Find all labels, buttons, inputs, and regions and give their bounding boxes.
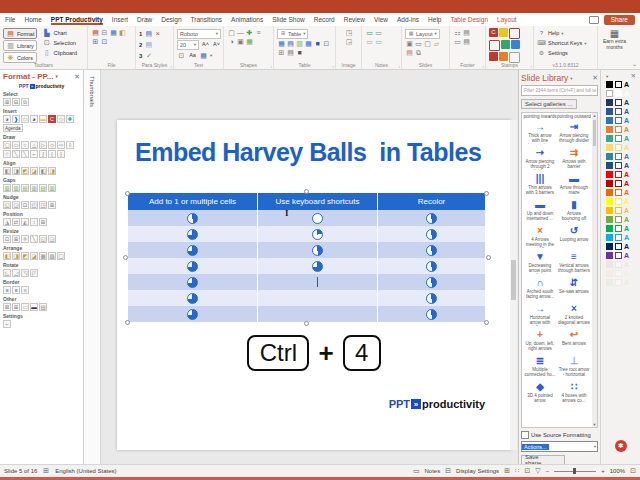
menu-tab-insert[interactable]: Insert bbox=[112, 16, 128, 23]
zoom-out-button[interactable]: − bbox=[546, 468, 550, 474]
dialog-launcher-icon[interactable]: ⌟ bbox=[332, 62, 334, 68]
fill-color-swatch[interactable] bbox=[606, 207, 613, 214]
slideshow-icon[interactable]: ▽ bbox=[535, 467, 540, 475]
table-cell[interactable] bbox=[128, 258, 258, 274]
close-icon[interactable]: ✕ bbox=[631, 72, 636, 80]
add-shape-icon[interactable]: ✚ bbox=[245, 28, 254, 37]
reading-view-icon[interactable]: ⊡ bbox=[524, 467, 530, 475]
dialog-launcher-icon[interactable]: ⌟ bbox=[530, 62, 532, 68]
use-source-formatting-row[interactable]: Use Source Formatting bbox=[521, 431, 598, 439]
gallery-item[interactable]: ⇉Arrows with barrier bbox=[557, 145, 591, 171]
checkbox[interactable] bbox=[521, 431, 529, 439]
other-tool-icon[interactable]: ▬ bbox=[30, 303, 38, 311]
resize-tool-icon[interactable]: ◱ bbox=[39, 235, 47, 243]
scroll-down-icon[interactable]: ▼ bbox=[593, 422, 597, 427]
rotate-tool-icon[interactable]: ◺ bbox=[3, 269, 11, 277]
thumbnails-pane-collapsed[interactable]: Thumbnails bbox=[84, 70, 101, 464]
outline-color-swatch[interactable] bbox=[615, 207, 622, 214]
gallery-scrollbar[interactable]: ▲ ▼ bbox=[592, 113, 597, 427]
align-tool-icon[interactable]: ◪ bbox=[30, 167, 38, 175]
collapse-ribbon-icon[interactable]: ⌄ bbox=[632, 60, 637, 67]
earn-extra-months-button[interactable]: Earn extramonths bbox=[601, 39, 628, 51]
outline-color-swatch[interactable] bbox=[615, 108, 622, 115]
nudge-tool-icon[interactable]: ⊞ bbox=[48, 201, 56, 209]
zoom-slider[interactable] bbox=[554, 471, 596, 472]
picture-icon[interactable]: ▦ bbox=[109, 28, 118, 37]
gallery-item[interactable]: |||Thin arrows with 3 barriers bbox=[523, 171, 557, 197]
harvey-ball-50[interactable] bbox=[426, 213, 437, 224]
align-tool-icon[interactable]: ◩ bbox=[21, 167, 29, 175]
draw-tool-icon[interactable]: ○ bbox=[21, 141, 29, 149]
gallery-item[interactable]: ⇵Se-saw arrows bbox=[557, 275, 591, 301]
clipboard-button[interactable]: ▯Clipboard bbox=[40, 48, 79, 57]
nudge-tool-icon[interactable]: ◳ bbox=[39, 201, 47, 209]
outline-color-swatch[interactable] bbox=[615, 144, 622, 151]
selection-handle[interactable] bbox=[125, 191, 130, 196]
font-color-swatch[interactable]: A bbox=[624, 279, 629, 286]
fill-color-swatch[interactable] bbox=[606, 225, 613, 232]
gallery-item[interactable]: ⊥Tree root arrow - horizontal bbox=[557, 353, 591, 379]
shortcut-keys-button[interactable]: Shortcut Keys bbox=[548, 39, 582, 48]
gallery-item[interactable]: ∷4 boxes with arrows co... bbox=[557, 379, 591, 405]
table-cell[interactable] bbox=[128, 210, 258, 226]
canvas-scrollbar[interactable] bbox=[510, 120, 517, 450]
gaps-tool-icon[interactable]: ▤ bbox=[21, 184, 29, 192]
position-tool-icon[interactable]: ◭ bbox=[21, 218, 29, 226]
outline-color-swatch[interactable] bbox=[615, 162, 622, 169]
comments-icon[interactable] bbox=[589, 16, 599, 24]
color-swatch-row[interactable]: A bbox=[606, 125, 638, 134]
table-cell[interactable] bbox=[128, 306, 258, 322]
fill-color-swatch[interactable] bbox=[606, 99, 613, 106]
zoom-level[interactable]: 100% bbox=[610, 468, 625, 474]
dialog-launcher-icon[interactable]: ⌟ bbox=[170, 62, 172, 68]
slide-icon[interactable]: ▣ bbox=[405, 39, 414, 48]
swap-icon[interactable]: ▦ bbox=[245, 37, 254, 46]
nudge-tool-icon[interactable]: ◱ bbox=[3, 201, 11, 209]
outline-color-swatch[interactable] bbox=[615, 81, 622, 88]
font-color-swatch[interactable]: A bbox=[624, 252, 629, 259]
language-indicator[interactable]: English (United States) bbox=[55, 468, 116, 474]
select-tool-icon[interactable]: ⊟ bbox=[12, 98, 20, 106]
color-swatch-row[interactable]: A bbox=[606, 188, 638, 197]
outline-color-swatch[interactable] bbox=[615, 270, 622, 277]
harvey-ball-75[interactable] bbox=[187, 309, 198, 320]
table-fill-icon[interactable]: ■ bbox=[313, 39, 322, 48]
rotate-tool-icon[interactable]: ◹ bbox=[21, 269, 29, 277]
shape-icon[interactable]: ▢ bbox=[227, 28, 236, 37]
font-name-dropdown[interactable]: Roboto▾ bbox=[177, 29, 221, 39]
harvey-ball-table[interactable]: Add to 1 or multiple cellsUse keyboard s… bbox=[128, 193, 486, 322]
text-box-icon[interactable]: ⊡ bbox=[177, 51, 186, 60]
font-color-swatch[interactable]: A bbox=[624, 108, 629, 115]
gallery-item[interactable]: ▼Decreasing arrow point south inte... bbox=[523, 249, 557, 275]
fill-color-swatch[interactable] bbox=[606, 153, 613, 160]
menu-tab-slide-show[interactable]: Slide Show bbox=[272, 16, 305, 23]
table-cell[interactable] bbox=[258, 242, 378, 258]
menu-tab-home[interactable]: Home bbox=[24, 16, 41, 23]
other-tool-icon[interactable]: ⊞ bbox=[12, 303, 20, 311]
stamp-blue[interactable] bbox=[511, 40, 520, 49]
grow-font-icon[interactable]: A˄ bbox=[201, 40, 210, 49]
harvey-ball-75[interactable] bbox=[187, 261, 198, 272]
resize-tool-icon[interactable]: ✛ bbox=[21, 235, 29, 243]
agenda-tool[interactable]: Agenda bbox=[3, 124, 23, 132]
gallery-item[interactable]: ⇥Arrow piercing through divider bbox=[557, 119, 591, 145]
harvey-ball-75[interactable] bbox=[187, 277, 198, 288]
footer-icon[interactable]: ⚏ bbox=[453, 28, 462, 37]
position-tool-icon[interactable]: ⊞ bbox=[39, 218, 47, 226]
harvey-ball-50[interactable] bbox=[426, 293, 437, 304]
table-cell[interactable] bbox=[258, 226, 378, 242]
menu-tab-transitions[interactable]: Transitions bbox=[191, 16, 223, 23]
outline-color-swatch[interactable] bbox=[615, 261, 622, 268]
stamp-red[interactable] bbox=[489, 52, 498, 61]
stamp-outline-red[interactable] bbox=[509, 28, 520, 39]
color-swatch-row[interactable]: A bbox=[606, 170, 638, 179]
slide[interactable]: Embed Harvey Balls in Tables Add to 1 or… bbox=[117, 120, 511, 450]
close-icon[interactable]: ✕ bbox=[74, 73, 80, 81]
table-cell[interactable] bbox=[258, 210, 378, 226]
font-color-swatch[interactable]: A bbox=[624, 117, 629, 124]
fill-color-swatch[interactable] bbox=[606, 126, 613, 133]
scroll-up-icon[interactable]: ▲ bbox=[593, 113, 597, 118]
arrange-tool-icon[interactable]: ◧ bbox=[3, 252, 11, 260]
fill-color-swatch[interactable] bbox=[606, 279, 613, 286]
chevron-tool[interactable]: ❱ bbox=[12, 115, 20, 123]
